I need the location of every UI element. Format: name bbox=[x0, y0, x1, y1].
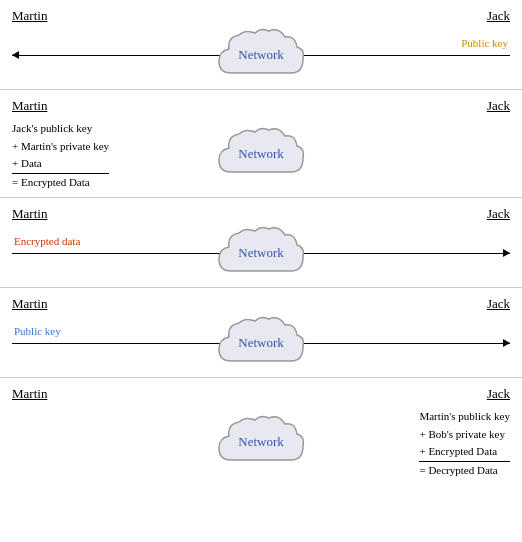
row-2-header: Martin Jack bbox=[0, 98, 522, 114]
martin-label-1: Martin bbox=[12, 8, 47, 24]
network-cloud-5: Network bbox=[211, 412, 311, 472]
row-5-annotation: Martin's publick key + Bob's private key… bbox=[419, 408, 510, 479]
jack-label-2: Jack bbox=[487, 98, 510, 114]
arrow-label-1: Public key bbox=[461, 37, 508, 49]
arrowhead-left-1 bbox=[12, 51, 19, 59]
row-3-header: Martin Jack bbox=[0, 206, 522, 222]
network-cloud-2: Network bbox=[211, 124, 311, 184]
martin-label-4: Martin bbox=[12, 296, 47, 312]
network-cloud-4: Network bbox=[211, 313, 311, 373]
martin-label-5: Martin bbox=[12, 386, 47, 402]
network-cloud-3: Network bbox=[211, 223, 311, 283]
row-1: Martin Jack Public key Network bbox=[0, 0, 522, 90]
jack-label-5: Jack bbox=[487, 386, 510, 402]
arrow-label-3: Encrypted data bbox=[14, 235, 80, 247]
arrowhead-right-4 bbox=[503, 339, 510, 347]
jack-label-3: Jack bbox=[487, 206, 510, 222]
arrowhead-right-3 bbox=[503, 249, 510, 257]
row-3-diagram: Encrypted data Network bbox=[0, 226, 522, 279]
row-4-header: Martin Jack bbox=[0, 296, 522, 312]
row-5-diagram: Martin's publick key + Bob's private key… bbox=[0, 406, 522, 478]
row-2-annotation: Jack's publick key + Martin's private ke… bbox=[12, 120, 109, 191]
row-3: Martin Jack Encrypted data Network bbox=[0, 198, 522, 288]
martin-label-2: Martin bbox=[12, 98, 47, 114]
row-2-diagram: Jack's publick key + Martin's private ke… bbox=[0, 118, 522, 189]
row-1-diagram: Public key Network bbox=[0, 28, 522, 81]
martin-label-3: Martin bbox=[12, 206, 47, 222]
row-1-header: Martin Jack bbox=[0, 8, 522, 24]
row-4-diagram: Public key Network bbox=[0, 316, 522, 369]
row-5-header: Martin Jack bbox=[0, 386, 522, 402]
jack-label-4: Jack bbox=[487, 296, 510, 312]
network-cloud-1: Network bbox=[211, 25, 311, 85]
row-2: Martin Jack Jack's publick key + Martin'… bbox=[0, 90, 522, 198]
arrow-label-4: Public key bbox=[14, 325, 61, 337]
jack-label-1: Jack bbox=[487, 8, 510, 24]
row-4: Martin Jack Public key Network bbox=[0, 288, 522, 378]
row-5: Martin Jack Martin's publick key + Bob's… bbox=[0, 378, 522, 486]
